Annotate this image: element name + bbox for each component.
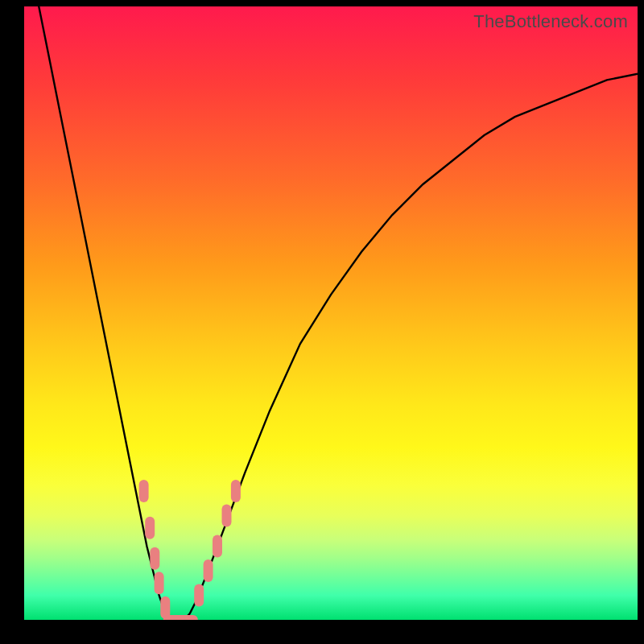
data-marker — [204, 559, 213, 582]
data-marker — [231, 480, 241, 502]
marker-group — [139, 480, 241, 620]
data-marker — [150, 547, 159, 570]
curve-svg — [24, 6, 638, 620]
watermark-text: TheBottleneck.com — [473, 11, 628, 32]
data-marker — [194, 584, 204, 607]
plot-area: TheBottleneck.com — [24, 6, 638, 620]
chart-frame: TheBottleneck.com — [0, 0, 644, 644]
curve-group — [24, 6, 638, 620]
data-marker — [222, 505, 232, 527]
data-marker — [160, 597, 170, 619]
bottleneck-curve — [24, 6, 638, 620]
data-marker — [145, 517, 155, 539]
data-marker — [213, 535, 222, 558]
data-marker — [175, 615, 198, 620]
data-marker — [139, 480, 149, 502]
data-marker — [163, 615, 186, 620]
data-marker — [155, 572, 164, 594]
